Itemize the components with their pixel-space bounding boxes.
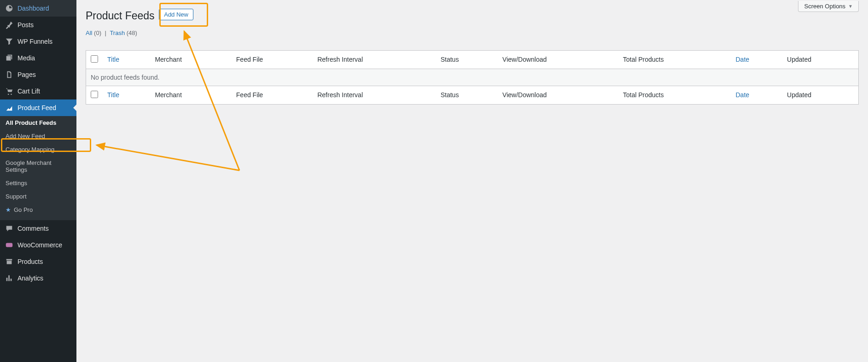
admin-sidebar: Dashboard Posts WP Funnels Media Pages C… xyxy=(0,0,76,362)
submenu-label: Google Merchant Settings xyxy=(6,159,52,173)
col-refresh-interval: Refresh Interval xyxy=(313,50,436,69)
col-updated: Updated xyxy=(782,50,858,69)
separator: | xyxy=(105,29,106,36)
filter-trash-link[interactable]: Trash xyxy=(110,29,125,36)
col-merchant: Merchant xyxy=(150,50,231,69)
sidebar-item-woocommerce[interactable]: WooCommerce xyxy=(0,237,76,253)
sidebar-item-product-feed[interactable]: Product Feed xyxy=(0,99,76,116)
col-view-download-footer: View/Download xyxy=(498,86,618,104)
page-title: Product Feeds xyxy=(86,9,155,23)
pin-icon xyxy=(5,20,14,29)
sidebar-item-products[interactable]: Products xyxy=(0,253,76,270)
chart-icon xyxy=(5,103,14,112)
dashboard-icon xyxy=(5,4,14,13)
submenu-label: Support xyxy=(6,193,27,200)
sidebar-item-media[interactable]: Media xyxy=(0,50,76,66)
star-icon: ★ xyxy=(6,206,11,213)
submenu-label: Go Pro xyxy=(14,206,33,213)
sidebar-item-label: Product Feed xyxy=(17,104,56,111)
submenu-label: Add New Feed xyxy=(6,133,45,140)
table-footer-row: Title Merchant Feed File Refresh Interva… xyxy=(86,86,859,104)
cart-icon xyxy=(5,87,14,96)
col-date-footer[interactable]: Date xyxy=(731,86,783,104)
sidebar-item-label: Posts xyxy=(17,21,34,29)
sidebar-item-cartlift[interactable]: Cart Lift xyxy=(0,83,76,99)
table-header-row: Title Merchant Feed File Refresh Interva… xyxy=(86,50,859,69)
sidebar-item-label: Comments xyxy=(17,225,49,232)
sidebar-item-label: Products xyxy=(17,258,43,265)
submenu-category-mapping[interactable]: Category Mapping xyxy=(0,143,76,156)
add-new-button[interactable]: Add New xyxy=(159,9,193,20)
col-refresh-interval-footer: Refresh Interval xyxy=(313,86,436,104)
col-status-footer: Status xyxy=(436,86,498,104)
submenu-support[interactable]: Support xyxy=(0,190,76,203)
submenu-label: Settings xyxy=(6,180,27,187)
sidebar-item-posts[interactable]: Posts xyxy=(0,17,76,33)
col-title-footer[interactable]: Title xyxy=(103,86,150,104)
woo-icon xyxy=(5,240,14,250)
select-all-footer xyxy=(86,86,103,104)
sidebar-item-label: WooCommerce xyxy=(17,241,62,249)
submenu-settings[interactable]: Settings xyxy=(0,176,76,190)
submenu-all-product-feeds[interactable]: All Product Feeds xyxy=(0,116,76,129)
screen-options-toggle[interactable]: Screen Options ▼ xyxy=(798,1,859,12)
sidebar-item-comments[interactable]: Comments xyxy=(0,220,76,237)
list-filter-links: All (0) | Trash (48) xyxy=(86,29,859,36)
table-empty-row: No product feeds found. xyxy=(86,69,859,86)
col-date[interactable]: Date xyxy=(731,50,783,69)
submenu-label: Category Mapping xyxy=(6,146,54,153)
empty-message: No product feeds found. xyxy=(86,69,859,86)
select-all-checkbox[interactable] xyxy=(91,55,98,63)
main-content: Screen Options ▼ Product Feeds Add New A… xyxy=(76,0,868,362)
sidebar-item-analytics[interactable]: Analytics xyxy=(0,270,76,286)
caret-down-icon: ▼ xyxy=(848,4,853,9)
funnel-icon xyxy=(5,37,14,46)
select-all-header xyxy=(86,50,103,69)
sidebar-item-dashboard[interactable]: Dashboard xyxy=(0,0,76,17)
filter-all-count: (0) xyxy=(94,29,101,36)
sidebar-item-wpfunnels[interactable]: WP Funnels xyxy=(0,33,76,50)
sidebar-item-label: Pages xyxy=(17,71,36,78)
col-feed-file-footer: Feed File xyxy=(232,86,313,104)
comment-icon xyxy=(5,224,14,233)
svg-rect-0 xyxy=(6,243,12,247)
submenu-add-new-feed[interactable]: Add New Feed xyxy=(0,129,76,143)
sidebar-item-label: Dashboard xyxy=(17,5,49,12)
col-status: Status xyxy=(436,50,498,69)
sidebar-item-label: Cart Lift xyxy=(17,88,40,95)
col-total-products: Total Products xyxy=(618,50,731,69)
submenu-go-pro[interactable]: ★Go Pro xyxy=(0,203,76,216)
bars-icon xyxy=(5,274,14,283)
sidebar-item-label: Media xyxy=(17,54,35,62)
col-updated-footer: Updated xyxy=(782,86,858,104)
filter-trash-count: (48) xyxy=(127,29,137,36)
submenu-label: All Product Feeds xyxy=(6,119,57,126)
col-merchant-footer: Merchant xyxy=(150,86,231,104)
submenu-google-merchant-settings[interactable]: Google Merchant Settings xyxy=(0,156,76,176)
col-view-download: View/Download xyxy=(498,50,618,69)
col-feed-file: Feed File xyxy=(232,50,313,69)
archive-icon xyxy=(5,257,14,266)
screen-options-label: Screen Options xyxy=(804,3,845,10)
pages-icon xyxy=(5,70,14,79)
col-title[interactable]: Title xyxy=(103,50,150,69)
feeds-table: Title Merchant Feed File Refresh Interva… xyxy=(86,50,859,105)
sidebar-item-pages[interactable]: Pages xyxy=(0,66,76,83)
media-icon xyxy=(5,53,14,63)
col-total-products-footer: Total Products xyxy=(618,86,731,104)
sidebar-item-label: Analytics xyxy=(17,274,43,282)
product-feed-submenu: All Product Feeds Add New Feed Category … xyxy=(0,116,76,220)
filter-all-link[interactable]: All xyxy=(86,29,92,36)
sidebar-item-label: WP Funnels xyxy=(17,38,52,45)
select-all-checkbox-footer[interactable] xyxy=(91,91,98,98)
